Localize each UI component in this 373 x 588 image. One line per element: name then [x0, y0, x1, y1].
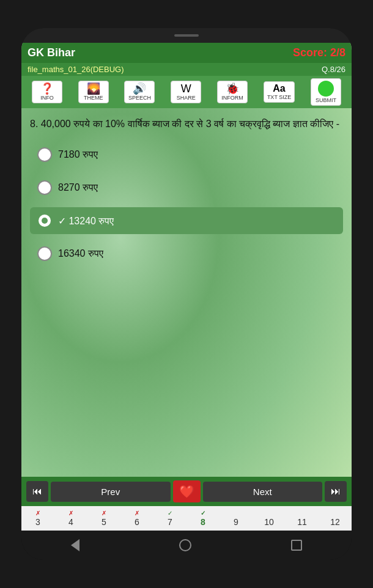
last-button[interactable]: ⏭ [325, 481, 347, 502]
toolbar: ❓ INFO 🌄 THEME 🔊 SPEECH W SHARE 🐞 INFORM… [21, 76, 352, 108]
num-item-11[interactable]: 11 [293, 509, 311, 528]
radio-3 [37, 213, 52, 228]
android-navbar [21, 531, 352, 560]
file-debug: file_maths_01_26(DEBUG) [28, 65, 124, 74]
question-area: 8. 40,000 रुपये का 10% वार्षिक ब्याज की … [21, 108, 352, 477]
radio-4 [37, 246, 52, 261]
heart-icon: ❤️ [179, 484, 194, 499]
home-button[interactable] [174, 534, 196, 556]
speech-button[interactable]: 🔊 SPEECH [124, 81, 155, 103]
inform-button[interactable]: 🐞 INFORM [217, 81, 248, 103]
option-2-text: 8270 रुपए [58, 182, 98, 193]
mark-4: ✗ [68, 510, 73, 517]
app-title: GK Bihar [28, 46, 75, 59]
option-1[interactable]: 7180 रुपए [30, 141, 343, 168]
num-6: 6 [135, 517, 139, 527]
txtsize-icon: Aa [273, 84, 285, 94]
speech-label: SPEECH [128, 95, 151, 101]
radio-2 [37, 180, 52, 195]
theme-icon: 🌄 [87, 83, 100, 94]
prev-button[interactable]: Prev [51, 482, 171, 502]
home-icon [179, 539, 191, 551]
info-button[interactable]: ❓ INFO [32, 81, 62, 103]
mark-6: ✗ [135, 510, 139, 517]
num-11: 11 [297, 517, 307, 527]
phone-container: GK Bihar Score: 2/8 file_maths_01_26(DEB… [21, 28, 352, 560]
option-4[interactable]: 16340 रुपए [30, 240, 343, 267]
theme-button[interactable]: 🌄 THEME [78, 81, 109, 103]
share-label: SHARE [177, 95, 196, 101]
bottom-nav: ⏮ Prev ❤️ Next ⏭ [21, 477, 352, 506]
theme-label: THEME [84, 95, 103, 101]
share-button[interactable]: W SHARE [171, 81, 201, 103]
num-4: 4 [68, 517, 73, 527]
first-button[interactable]: ⏮ [26, 481, 48, 502]
recents-button[interactable] [286, 535, 307, 556]
radio-1 [37, 147, 52, 162]
num-10: 10 [264, 517, 274, 527]
mark-8: ✓ [201, 510, 205, 517]
submit-circle-icon [318, 81, 334, 97]
question-numbers-bar: ✗ 3 ✗ 4 ✗ 5 ✗ 6 ✓ 7 ✓ 8 [21, 506, 352, 531]
num-item-5[interactable]: ✗ 5 [95, 509, 113, 528]
num-7: 7 [168, 517, 172, 527]
num-5: 5 [102, 517, 106, 527]
submit-label: SUBMIT [316, 97, 336, 103]
subheader: file_maths_01_26(DEBUG) Q.8/26 [21, 63, 352, 76]
option-3[interactable]: ✓ 13240 रुपए [30, 207, 343, 234]
num-3: 3 [35, 517, 40, 527]
option-3-text: ✓ 13240 रुपए [58, 215, 114, 227]
header: GK Bihar Score: 2/8 [21, 43, 352, 63]
mark-3: ✗ [35, 510, 40, 517]
score-display: Score: 2/8 [293, 46, 345, 59]
question-text: 8. 40,000 रुपये का 10% वार्षिक ब्याज की … [30, 117, 343, 131]
next-button[interactable]: Next [203, 482, 323, 502]
num-item-7[interactable]: ✓ 7 [161, 509, 179, 528]
txtsize-button[interactable]: Aa TXT SIZE [264, 81, 295, 103]
status-indicator [174, 34, 199, 37]
status-bar [21, 28, 352, 43]
num-item-8[interactable]: ✓ 8 [194, 509, 212, 528]
back-button[interactable] [66, 534, 84, 556]
num-item-6[interactable]: ✗ 6 [128, 509, 146, 528]
num-9: 9 [234, 517, 238, 527]
share-icon: W [181, 83, 191, 94]
screen: GK Bihar Score: 2/8 file_maths_01_26(DEB… [21, 43, 352, 531]
mark-5: ✗ [102, 510, 106, 517]
num-item-9[interactable]: 9 [227, 509, 245, 528]
radio-inner-3 [42, 218, 48, 224]
recents-icon [291, 540, 302, 551]
num-item-10[interactable]: 10 [260, 509, 278, 528]
speech-icon: 🔊 [133, 83, 146, 94]
question-counter: Q.8/26 [322, 65, 345, 74]
option-4-text: 16340 रुपए [58, 248, 103, 259]
num-12: 12 [330, 517, 340, 527]
submit-button[interactable]: SUBMIT [311, 78, 341, 106]
next-label: Next [253, 487, 272, 497]
prev-label: Prev [101, 487, 120, 497]
num-item-3[interactable]: ✗ 3 [29, 509, 47, 528]
option-1-text: 7180 रुपए [58, 149, 98, 160]
num-8: 8 [201, 517, 205, 527]
inform-icon: 🐞 [226, 83, 239, 94]
info-label: INFO [40, 95, 54, 101]
mark-7: ✓ [168, 510, 172, 517]
inform-label: INFORM [221, 95, 243, 101]
back-icon [71, 539, 79, 551]
num-item-12[interactable]: 12 [326, 509, 344, 528]
num-item-4[interactable]: ✗ 4 [62, 509, 80, 528]
txtsize-label: TXT SIZE [267, 94, 291, 100]
favorite-button[interactable]: ❤️ [173, 480, 201, 502]
option-2[interactable]: 8270 रुपए [30, 174, 343, 201]
info-icon: ❓ [40, 83, 54, 94]
